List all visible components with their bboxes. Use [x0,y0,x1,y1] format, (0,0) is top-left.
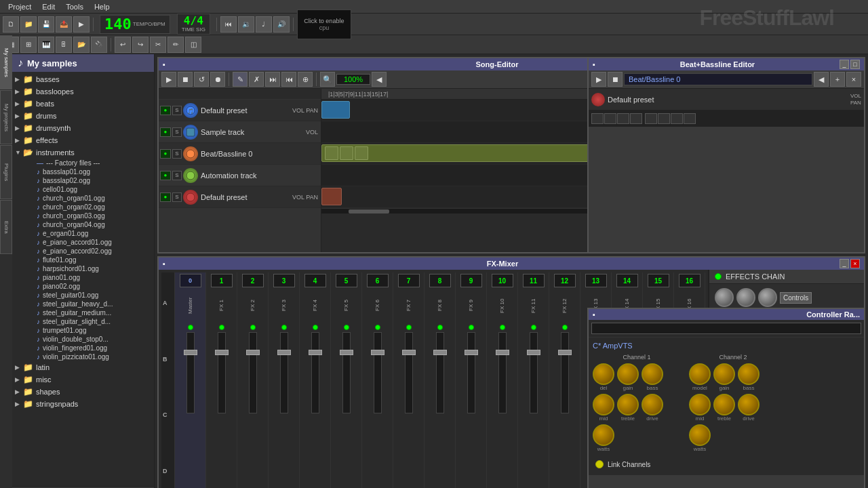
grid-block-5a[interactable] [321,188,342,205]
skip-button[interactable]: ⏮ [281,72,296,87]
file-church1[interactable]: ♪ church_organ01.ogg [20,194,154,203]
ch5-fader[interactable] [342,332,351,413]
ch1-watts-knob[interactable] [593,424,614,446]
track-solo-5[interactable]: S [172,192,182,202]
ch9-handle[interactable] [465,350,478,355]
beat-step[interactable] [684,113,696,124]
ch7-handle[interactable] [402,350,416,355]
mixer-btn[interactable]: 🎚 [56,37,72,53]
loop-button[interactable]: ↺ [194,72,209,87]
menu-tools[interactable]: Tools [60,1,89,12]
beat-preset-selector[interactable]: Beat/Bassline 0 [624,73,812,85]
beat-btn[interactable]: ⊞ [20,37,37,53]
folder-shapes[interactable]: ▶ 📁 shapes [12,386,154,398]
file-cello01[interactable]: ♪ cello01.ogg [20,185,154,194]
file-violin-double[interactable]: ♪ violin_double_stop0... [20,335,154,344]
fx-mixer-close[interactable]: × [850,259,860,268]
beat-remove-channel[interactable]: × [846,72,861,87]
folder-instruments[interactable]: ▼ 📂 instruments [12,146,154,159]
track-mute-3[interactable]: ● [160,149,171,159]
vol-up-button[interactable]: 🔊 [273,16,290,33]
cpu-meter[interactable]: Click to enable cpu [297,9,351,39]
ch2-handle[interactable] [246,350,260,355]
ch8-handle[interactable] [433,350,447,355]
beat-step[interactable] [671,113,683,124]
ch2-bass-knob[interactable] [738,363,760,385]
file-steelguitar1[interactable]: ♪ steel_guitar01.ogg [20,291,154,300]
ch2-model-knob[interactable] [689,363,711,385]
song-editor-collapse[interactable]: ▪ [163,60,165,68]
beat-play-button[interactable]: ▶ [591,72,606,87]
track-solo-3[interactable]: S [172,149,182,159]
ch1-fader[interactable] [218,332,226,413]
beat-step[interactable] [645,113,657,124]
file-bassslap02[interactable]: ♪ bassslap02.ogg [20,176,154,185]
folder-drums[interactable]: ▶ 📁 drums [12,110,154,122]
file-piano2[interactable]: ♪ piano02.ogg [20,282,154,291]
ch4-fader[interactable] [311,332,319,413]
ch9-led[interactable] [469,325,474,330]
new-button[interactable]: 🗋 [3,16,19,33]
ch1-treble-knob[interactable] [617,394,639,415]
beat-grid[interactable] [589,110,864,127]
next-button[interactable]: ⏭ [265,72,280,87]
ch4-led[interactable] [313,325,318,330]
ch1-mid-knob[interactable] [593,394,614,415]
track-mute-4[interactable]: ● [160,171,171,180]
folder-effects[interactable]: ▶ 📁 effects [12,134,154,146]
track-icon-5[interactable] [183,190,198,205]
folder-basses[interactable]: ▶ 📁 basses [12,73,154,85]
file-violin-pizz[interactable]: ♪ violin_pizzicato01.ogg [20,352,154,361]
ch12-led[interactable] [562,325,568,330]
erase-button[interactable]: ✗ [249,72,264,87]
controller-rack-collapse[interactable]: ▪ [593,310,595,319]
track-mute-2[interactable]: ● [160,127,171,137]
pattern-btn[interactable]: ◫ [185,37,201,53]
effects-chain-led[interactable] [715,273,722,280]
sample-tree[interactable]: ▶ 📁 basses ▶ 📁 bassloopes ▶ 📁 beats ▶ 📁 [12,72,154,486]
piano-btn[interactable]: 🎹 [38,37,54,53]
fx-mixer-minimize[interactable]: _ [840,259,849,268]
track-icon-4[interactable] [183,168,198,183]
browser-btn[interactable]: 📂 [73,37,90,53]
ch3-handle[interactable] [277,350,291,355]
plugin-btn[interactable]: 🔌 [91,37,107,53]
save-button[interactable]: 💾 [38,16,54,33]
ch6-handle[interactable] [371,350,384,355]
ch5-handle[interactable] [340,350,353,355]
file-epiano1[interactable]: ♪ e_piano_accord01.ogg [20,238,154,247]
ch12-fader[interactable] [561,332,569,413]
ch12-handle[interactable] [558,350,572,355]
ch1-del-knob[interactable] [593,363,614,385]
beat-step[interactable] [630,113,642,124]
file-steelguitar-slight[interactable]: ♪ steel_guitar_slight_d... [20,317,154,326]
file-trumpet[interactable]: ♪ trumpet01.ogg [20,326,154,335]
ch10-led[interactable] [500,325,505,330]
file-church4[interactable]: ♪ church_organ04.ogg [20,220,154,229]
snap-button[interactable]: ⊕ [298,72,313,87]
beat-step[interactable] [604,113,616,124]
ch7-led[interactable] [406,325,412,330]
tab-my-samples[interactable]: My samples [0,35,12,89]
hscroll-thumb[interactable] [349,209,389,214]
tempo-area[interactable]: 140 TEMPO/BPM [100,15,170,34]
track-icon-2[interactable] [183,125,198,140]
ch2-gain-knob[interactable] [713,363,735,385]
track-solo-1[interactable]: S [172,106,182,115]
beat-default-icon[interactable] [591,93,605,106]
ch2-mid-knob[interactable] [689,394,711,415]
track-mute-1[interactable]: ● [160,106,171,115]
file-factory[interactable]: — --- Factory files --- [20,159,154,167]
file-church3[interactable]: ♪ church_organ03.ogg [20,211,154,220]
ch1-led[interactable] [219,325,224,330]
ch3-fader[interactable] [280,332,288,413]
ch2-fader[interactable] [249,332,257,413]
fx-collapse[interactable]: ▪ [163,260,165,268]
beat-stop-button[interactable]: ⏹ [608,72,623,87]
beat-bassline-maximize[interactable]: □ [850,60,860,69]
controls-button[interactable]: Controls [780,292,812,304]
zoom-toggle[interactable]: ◀ [372,72,387,87]
ch2-watts-knob[interactable] [689,424,711,446]
track-icon-3[interactable] [183,146,198,161]
master-led[interactable] [188,325,193,330]
